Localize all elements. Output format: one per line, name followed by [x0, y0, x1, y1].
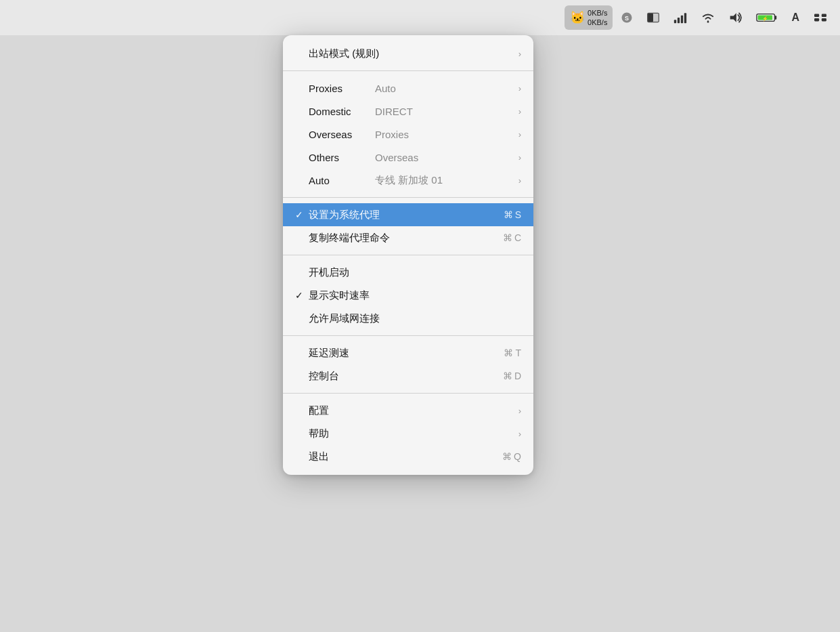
menu-item-config[interactable]: 配置 ›	[283, 399, 533, 422]
speed-display: 0KB/s 0KB/s	[588, 8, 607, 28]
overseas-arrow: ›	[518, 129, 521, 140]
svg-rect-5	[674, 20, 676, 23]
signal-menubar-item[interactable]	[668, 9, 692, 26]
svg-rect-6	[678, 18, 680, 23]
menu-item-others[interactable]: Others Overseas ›	[283, 146, 533, 169]
svg-text:S: S	[625, 15, 629, 22]
config-arrow: ›	[518, 406, 521, 416]
latency-test-label: 延迟测速	[309, 347, 349, 360]
clashx-menubar-item[interactable]: 🐱 0KB/s 0KB/s	[565, 5, 613, 30]
menu-item-dashboard[interactable]: 控制台 ⌘D	[283, 364, 533, 387]
menu-section-app: 配置 › 帮助 › 退出 ⌘Q	[283, 396, 533, 471]
keyboard-menubar-item[interactable]: A	[786, 9, 805, 26]
menu-item-help[interactable]: 帮助 ›	[283, 422, 533, 445]
divider-1	[283, 70, 533, 71]
overseas-value: Proxies	[375, 129, 409, 140]
proxies-label: Proxies	[309, 83, 370, 94]
svg-rect-15	[814, 14, 819, 18]
menu-item-set-system-proxy[interactable]: ✓ 设置为系统代理 ⌘S	[283, 203, 533, 226]
auto-value: 专线 新加坡 01	[375, 174, 443, 187]
svg-rect-16	[822, 14, 826, 18]
menu-item-show-realtime-speed[interactable]: ✓ 显示实时速率	[283, 284, 533, 307]
battery-icon: ⚡	[756, 12, 778, 24]
menu-item-auto[interactable]: Auto 专线 新加坡 01 ›	[283, 169, 533, 192]
svg-rect-7	[681, 16, 683, 24]
controlstrip-menubar-item[interactable]	[808, 9, 833, 26]
menu-item-allow-lan[interactable]: 允许局域网连接	[283, 307, 533, 330]
others-arrow: ›	[518, 152, 521, 163]
menu-section-system-proxy: ✓ 设置为系统代理 ⌘S 复制终端代理命令 ⌘C	[283, 201, 533, 252]
divider-5	[283, 393, 533, 394]
others-value: Overseas	[375, 152, 418, 163]
copy-terminal-proxy-shortcut: ⌘C	[503, 232, 521, 243]
svg-text:⚡: ⚡	[762, 16, 768, 22]
contrast-menubar-item[interactable]	[641, 8, 665, 27]
overseas-label: Overseas	[309, 129, 370, 140]
domestic-label: Domestic	[309, 106, 370, 117]
domestic-arrow: ›	[518, 106, 521, 117]
quit-label: 退出	[309, 450, 329, 463]
volume-menubar-item[interactable]	[724, 9, 748, 26]
set-system-proxy-shortcut: ⌘S	[504, 209, 521, 220]
domestic-value: DIRECT	[375, 106, 413, 117]
dashboard-label: 控制台	[309, 370, 339, 383]
menu-item-overseas[interactable]: Overseas Proxies ›	[283, 123, 533, 146]
proxies-value: Auto	[375, 83, 396, 94]
svg-marker-10	[730, 13, 736, 22]
start-at-login-label: 开机启动	[309, 266, 349, 279]
menu-item-latency-test[interactable]: 延迟测速 ⌘T	[283, 341, 533, 364]
menu-section-startup: 开机启动 ✓ 显示实时速率 允许局域网连接	[283, 258, 533, 333]
divider-2	[283, 197, 533, 198]
help-label: 帮助	[309, 427, 329, 440]
menubar: 🐱 0KB/s 0KB/s S	[0, 0, 840, 35]
show-realtime-speed-label: 显示实时速率	[309, 289, 370, 302]
menu-item-start-at-login[interactable]: 开机启动	[283, 261, 533, 284]
wifi-menubar-item[interactable]	[695, 9, 721, 26]
divider-3	[283, 255, 533, 255]
others-label: Others	[309, 152, 370, 163]
svg-point-9	[707, 21, 709, 23]
checkmark-realtime-speed: ✓	[295, 290, 309, 301]
shazam-menubar-item[interactable]: S	[615, 9, 638, 26]
keyboard-icon: A	[791, 12, 799, 24]
menu-item-outbound-mode[interactable]: 出站模式 (规则) ›	[283, 42, 533, 65]
contrast-icon	[646, 11, 660, 24]
set-system-proxy-label: 设置为系统代理	[309, 209, 380, 222]
svg-rect-2	[648, 13, 653, 22]
dashboard-shortcut: ⌘D	[503, 371, 521, 381]
battery-menubar-item[interactable]: ⚡	[751, 9, 783, 26]
menu-section-tools: 延迟测速 ⌘T 控制台 ⌘D	[283, 339, 533, 390]
quit-shortcut: ⌘Q	[502, 451, 521, 462]
allow-lan-label: 允许局域网连接	[309, 312, 380, 325]
shazam-icon: S	[621, 12, 633, 24]
controlstrip-icon	[813, 12, 828, 24]
menu-section-proxies: Proxies Auto › Domestic DIRECT › Oversea…	[283, 74, 533, 194]
divider-4	[283, 335, 533, 336]
menu-item-domestic[interactable]: Domestic DIRECT ›	[283, 100, 533, 123]
context-menu: 出站模式 (规则) › Proxies Auto › Domestic DIRE…	[283, 35, 533, 475]
outbound-mode-label: 出站模式 (规则)	[309, 47, 379, 60]
copy-terminal-proxy-label: 复制终端代理命令	[309, 232, 390, 245]
checkmark-system-proxy: ✓	[295, 209, 309, 220]
svg-rect-8	[684, 13, 686, 23]
svg-rect-17	[814, 18, 819, 22]
auto-label: Auto	[309, 175, 370, 186]
menu-section-outbound: 出站模式 (规则) ›	[283, 39, 533, 68]
clashx-icon: 🐱	[570, 10, 585, 25]
wifi-icon	[701, 12, 715, 24]
proxies-arrow: ›	[518, 83, 521, 93]
svg-rect-3	[653, 13, 659, 22]
volume-icon	[729, 12, 743, 24]
svg-rect-18	[822, 18, 826, 22]
signal-icon	[673, 12, 687, 24]
menu-item-quit[interactable]: 退出 ⌘Q	[283, 445, 533, 468]
menu-item-proxies[interactable]: Proxies Auto ›	[283, 77, 533, 100]
config-label: 配置	[309, 404, 329, 417]
svg-rect-12	[775, 16, 777, 19]
latency-test-shortcut: ⌘T	[504, 347, 521, 358]
auto-arrow: ›	[518, 175, 521, 186]
help-arrow: ›	[518, 429, 521, 439]
menu-item-copy-terminal-proxy[interactable]: 复制终端代理命令 ⌘C	[283, 226, 533, 249]
outbound-mode-arrow: ›	[518, 49, 521, 59]
